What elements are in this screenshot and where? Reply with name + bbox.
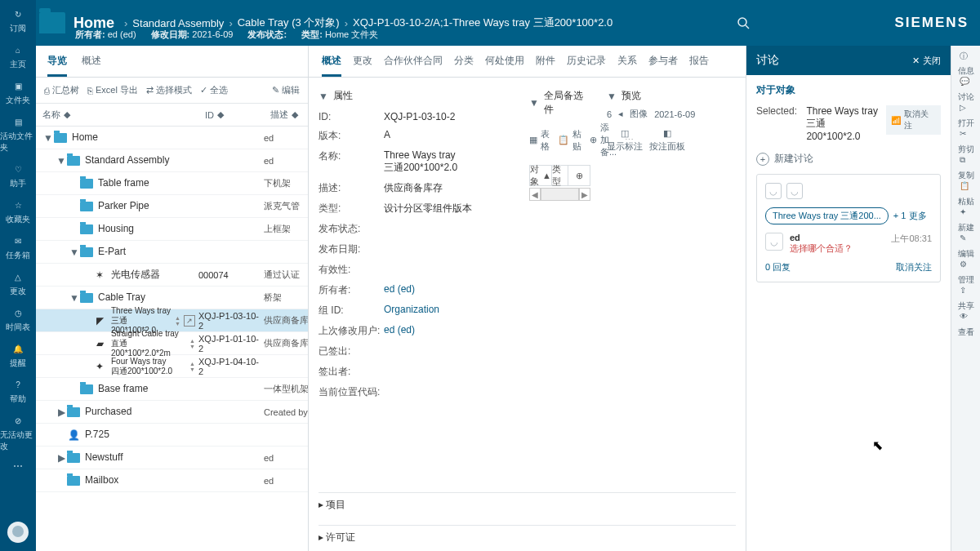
preview-title[interactable]: ▼预览 (607, 84, 737, 108)
properties-title[interactable]: ▼属性 (318, 84, 511, 108)
tree-row[interactable]: 👤P.725 (36, 424, 308, 447)
grid-col-object[interactable]: 对象 ▲ (530, 166, 552, 185)
scrollbar-track[interactable] (541, 188, 578, 201)
col-name[interactable]: 名称 ◆ (36, 104, 198, 126)
edit-button[interactable]: ✎ 编辑 (272, 84, 300, 96)
detail-tab[interactable]: 参与者 (648, 54, 678, 77)
item-icon: ◤ (93, 315, 106, 327)
col-desc[interactable]: 描述 ◆ (264, 104, 308, 126)
tree-row[interactable]: ▶PurchasedCreated by (36, 401, 308, 424)
excel-export-button[interactable]: ⎘ Excel 导出 (87, 84, 138, 96)
reply-count[interactable]: 0 回复 (765, 261, 791, 273)
summary-button[interactable]: ⎙ 汇总树 (44, 84, 79, 96)
tree-row[interactable]: ▼Cable Tray桥架 (36, 287, 308, 309)
tree-row[interactable]: Mailboxed (36, 469, 308, 492)
tree-row[interactable]: Base frame一体型机架 (36, 378, 308, 401)
breadcrumb-item[interactable]: XQJ-P1-03-10-2/A;1-Three Ways tray 三通200… (353, 16, 612, 30)
tree-row[interactable]: ▶Newstuffed (36, 447, 308, 469)
nav-4[interactable]: ♡助手 (0, 162, 36, 189)
open-external-icon[interactable]: ↗ (184, 315, 195, 327)
object-chip[interactable]: Three Ways tray 三通200... (765, 207, 889, 224)
grid-add-col[interactable]: ⊕ (568, 166, 590, 185)
nav-1[interactable]: ⌂主页 (0, 42, 36, 70)
rnav-1[interactable]: 💬讨论 (958, 77, 974, 103)
tree-row[interactable]: ▼Standard Assemblyed (36, 149, 308, 172)
select-mode-button[interactable]: ⇄ 选择模式 (146, 84, 192, 96)
nav-3[interactable]: ▤活动文件夹 (0, 114, 36, 153)
rnav-5[interactable]: 📋粘贴 (958, 181, 974, 207)
nav-5[interactable]: ☆收藏夹 (0, 198, 36, 225)
breadcrumb-item[interactable]: Standard Assembly (132, 17, 224, 29)
detail-tab[interactable]: 关系 (617, 54, 637, 77)
tree-row[interactable]: ▼Homeed (36, 127, 308, 149)
nav-7[interactable]: △更改 (0, 269, 36, 297)
author-avatar: ◡ (765, 233, 783, 251)
licenses-section[interactable]: ▸ 许可证 (318, 525, 736, 544)
svg-line-1 (746, 25, 749, 29)
detail-tab[interactable]: 更改 (353, 54, 372, 77)
detail-tab[interactable]: 合作伙伴合同 (384, 54, 443, 77)
discussion-header: 讨论 ✕ 关闭 (746, 46, 951, 75)
close-button[interactable]: ✕ 关闭 (912, 55, 941, 67)
detail-tab[interactable]: 分类 (454, 54, 474, 77)
tab-overview[interactable]: 概述 (82, 54, 101, 77)
property-row: 当前位置代码: (318, 382, 511, 402)
scroll-left-icon[interactable]: ◀ (529, 188, 541, 201)
author-name: ed (790, 233, 853, 242)
rnav-3[interactable]: ✂剪切 (958, 129, 974, 155)
tree-row[interactable]: ▰Straight Cable tray 直通200*100*2.0*2m▲▼X… (36, 332, 308, 355)
rnav-4[interactable]: ⧉复制 (958, 155, 974, 181)
rnav-9[interactable]: ⇪共享 (958, 286, 974, 312)
more-icon[interactable]: ⋯ (13, 460, 23, 472)
detail-tab[interactable]: 历史记录 (567, 54, 606, 77)
nav-10[interactable]: ?帮助 (0, 377, 36, 405)
detail-tab[interactable]: 报告 (689, 54, 709, 77)
nav-2[interactable]: ▣文件夹 (0, 78, 36, 106)
tree-row[interactable]: ▼E-Part (36, 241, 308, 264)
tree-row[interactable]: Table frame下机架 (36, 172, 308, 195)
tree-row[interactable]: ✶光电传感器000074通过认证 (36, 264, 308, 287)
reorder-arrows[interactable]: ▲▼ (189, 338, 195, 349)
alternates-title[interactable]: ▼全局备选件 (529, 84, 590, 122)
nav-11[interactable]: ⊘无活动更改 (0, 413, 36, 452)
rnav-6[interactable]: ✦新建 (958, 207, 974, 233)
nav-0[interactable]: ↻订阅 (0, 7, 36, 34)
detail-tab[interactable]: 何处使用 (485, 54, 524, 77)
nav-6[interactable]: ✉任务箱 (0, 233, 36, 261)
grid-col-type[interactable]: 类型 (552, 166, 568, 185)
scroll-right-icon[interactable]: ▶ (579, 188, 590, 201)
more-chips[interactable]: + 1 更多 (893, 210, 927, 222)
tree-row[interactable]: ✦Four Ways tray 四通200*100*2.0▲▼XQJ-P1-04… (36, 355, 308, 378)
rnav-2[interactable]: ▷打开 (958, 103, 974, 129)
tree-tabs: 导览 概述 (36, 46, 308, 78)
nav-9[interactable]: 🔔提醒 (0, 341, 36, 369)
nav-8[interactable]: ◷时间表 (0, 305, 36, 333)
table-view-button[interactable]: ▦ 表格 (529, 128, 550, 153)
projects-section[interactable]: ▸ 项目 (318, 492, 736, 512)
rnav-10[interactable]: 👁查看 (958, 312, 974, 338)
tree-body[interactable]: ▼Homeed▼Standard AssemblyedTable frame下机… (36, 127, 308, 551)
detail-tab[interactable]: 附件 (536, 54, 555, 77)
unfollow-button[interactable]: 📶 取消关注 (886, 105, 941, 135)
participant-avatar[interactable]: ◡ (786, 183, 803, 199)
search-icon[interactable] (737, 16, 750, 29)
col-id[interactable]: ID ◆ (198, 104, 264, 126)
tree-row[interactable]: Parker Pipe派克气管 (36, 195, 308, 218)
rnav-0[interactable]: ⓘ信息 (958, 51, 974, 77)
tab-nav[interactable]: 导览 (47, 54, 67, 77)
brand-logo: SIEMENS (894, 15, 969, 31)
detail-tab[interactable]: 概述 (322, 54, 341, 77)
rnav-8[interactable]: ⚙管理 (958, 260, 974, 286)
reorder-arrows[interactable]: ▲▼ (175, 315, 180, 327)
tree-row[interactable]: Housing上框架 (36, 218, 308, 241)
card-unfollow[interactable]: 取消关注 (896, 261, 932, 273)
show-annotations-button[interactable]: ◫显示标注 (607, 128, 643, 153)
reorder-arrows[interactable]: ▲▼ (189, 361, 195, 372)
paste-button[interactable]: 📋 粘贴 (558, 128, 581, 153)
participant-avatar[interactable]: ◡ (765, 183, 782, 199)
user-avatar[interactable] (7, 522, 29, 543)
new-discussion-button[interactable]: + 新建讨论 (756, 152, 941, 166)
rnav-7[interactable]: ✎编辑 (958, 233, 974, 260)
pin-panel-button[interactable]: ◧按注面板 (649, 128, 685, 153)
select-all-button[interactable]: ✓ 全选 (200, 84, 228, 96)
